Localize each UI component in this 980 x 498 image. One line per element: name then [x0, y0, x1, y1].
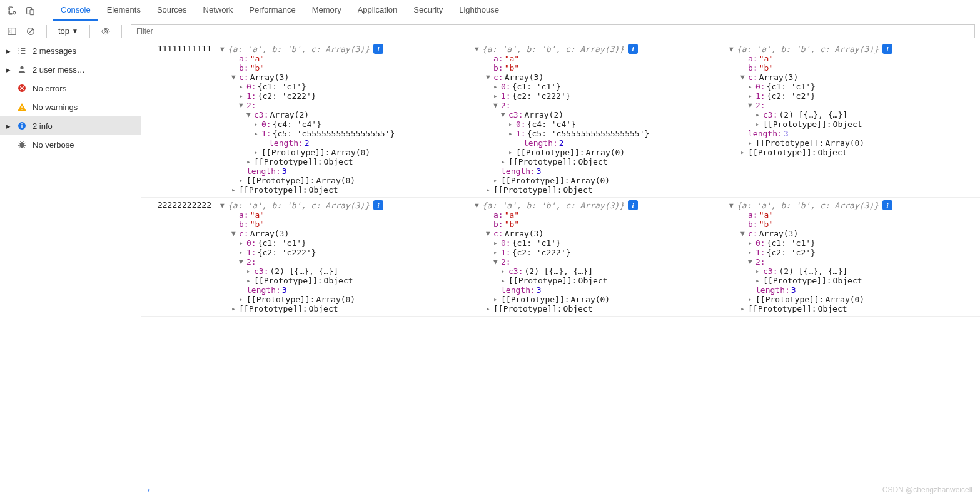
- expand-caret-icon[interactable]: ▸: [246, 158, 253, 166]
- expand-caret-icon[interactable]: ▼: [475, 201, 481, 210]
- expand-caret-icon[interactable]: ▸: [748, 83, 754, 91]
- expand-caret-icon[interactable]: ▸: [493, 92, 500, 100]
- expand-caret-icon[interactable]: ▸: [486, 305, 492, 313]
- info-badge-icon[interactable]: i: [628, 44, 638, 54]
- sidebar-toggle-icon[interactable]: [5, 24, 19, 38]
- expand-caret-icon[interactable]: ▼: [729, 45, 735, 53]
- log-object-1a[interactable]: ▼{a: 'a', b: 'b', c: Array(3)}ia: "a"b: …: [216, 43, 471, 196]
- expand-caret-icon[interactable]: ▸: [748, 92, 754, 100]
- expand-caret-icon[interactable]: ▸: [748, 139, 754, 147]
- expand-caret-icon[interactable]: ▼: [740, 73, 747, 81]
- tab-elements[interactable]: Elements: [99, 0, 148, 21]
- sidebar-item-messages[interactable]: ▸2 messages: [0, 41, 141, 60]
- expand-caret-icon[interactable]: ▼: [493, 258, 500, 266]
- expand-caret-icon[interactable]: ▼: [493, 101, 500, 109]
- sidebar-item-user-messages[interactable]: ▸2 user mess…: [0, 60, 141, 79]
- tab-sources[interactable]: Sources: [149, 0, 194, 21]
- expand-caret-icon[interactable]: ▸: [486, 186, 492, 194]
- expand-caret-icon[interactable]: ▼: [239, 258, 245, 266]
- log-object-2c[interactable]: ▼{a: 'a', b: 'b', c: Array(3)}ia: "a"b: …: [725, 199, 980, 315]
- expand-caret-icon[interactable]: ▸: [246, 277, 253, 285]
- info-badge-icon[interactable]: i: [628, 200, 638, 210]
- sidebar-item-warnings[interactable]: No warnings: [0, 98, 141, 116]
- sidebar-item-errors[interactable]: No errors: [0, 79, 141, 98]
- log-object-1c[interactable]: ▼{a: 'a', b: 'b', c: Array(3)}ia: "a"b: …: [725, 43, 980, 196]
- expand-caret-icon[interactable]: ▸: [231, 305, 238, 313]
- expand-caret-icon[interactable]: ▸: [231, 186, 238, 194]
- inspect-icon[interactable]: [5, 3, 20, 18]
- tab-application[interactable]: Application: [350, 0, 405, 21]
- expand-caret-icon[interactable]: ▸: [508, 148, 515, 156]
- context-selector[interactable]: top ▼: [56, 26, 81, 36]
- sidebar-item-verbose[interactable]: No verbose: [0, 135, 141, 154]
- filter-input[interactable]: [131, 24, 975, 38]
- expand-caret-icon[interactable]: ▼: [231, 73, 238, 81]
- expand-caret-icon[interactable]: ▸: [239, 295, 245, 303]
- info-badge-icon[interactable]: i: [882, 200, 892, 210]
- expand-caret-icon[interactable]: ▸: [239, 239, 245, 247]
- expand-caret-icon[interactable]: ▸: [508, 120, 515, 128]
- tab-security[interactable]: Security: [406, 0, 450, 21]
- expand-caret-icon[interactable]: ▸: [748, 239, 754, 247]
- expand-caret-icon[interactable]: ▸: [239, 248, 245, 257]
- log-object-2a[interactable]: ▼{a: 'a', b: 'b', c: Array(3)}ia: "a"b: …: [216, 199, 471, 315]
- expand-caret-icon[interactable]: ▼: [486, 73, 492, 81]
- tab-performance[interactable]: Performance: [241, 0, 303, 21]
- log-object-2b[interactable]: ▼{a: 'a', b: 'b', c: Array(3)}ia: "a"b: …: [471, 199, 725, 315]
- expand-caret-icon[interactable]: ▸: [748, 248, 754, 257]
- expand-caret-icon[interactable]: ▸: [493, 176, 500, 185]
- expand-caret-icon[interactable]: ▸: [493, 239, 500, 247]
- expand-caret-icon[interactable]: ▸: [493, 83, 500, 91]
- log-object-1b[interactable]: ▼{a: 'a', b: 'b', c: Array(3)}ia: "a"b: …: [471, 43, 725, 196]
- expand-caret-icon[interactable]: ▸: [755, 267, 762, 275]
- expand-caret-icon[interactable]: ▼: [231, 230, 238, 238]
- expand-caret-icon[interactable]: ▸: [254, 120, 260, 128]
- expand-caret-icon[interactable]: ▼: [220, 201, 226, 210]
- expand-caret-icon[interactable]: ▸: [755, 111, 762, 119]
- svg-rect-1: [30, 9, 34, 14]
- expand-caret-icon[interactable]: ▼: [486, 230, 492, 238]
- expand-caret-icon[interactable]: ▸: [501, 267, 507, 275]
- clear-console-icon[interactable]: [24, 24, 38, 38]
- tab-network[interactable]: Network: [196, 0, 241, 21]
- expand-caret-icon[interactable]: ▸: [501, 277, 507, 285]
- expand-caret-icon[interactable]: ▸: [740, 305, 747, 313]
- expand-caret-icon[interactable]: ▼: [748, 101, 754, 109]
- expand-caret-icon[interactable]: ▸: [254, 130, 260, 138]
- expand-caret-icon[interactable]: ▸: [493, 295, 500, 303]
- expand-caret-icon[interactable]: ▸: [508, 130, 515, 138]
- console-prompt[interactable]: ›: [146, 485, 151, 494]
- sidebar-item-label: No verbose: [33, 140, 74, 150]
- expand-caret-icon[interactable]: ▼: [239, 101, 245, 109]
- tab-memory[interactable]: Memory: [305, 0, 349, 21]
- expand-caret-icon[interactable]: ▸: [493, 248, 500, 257]
- expand-caret-icon[interactable]: ▸: [239, 176, 245, 185]
- divider: [46, 25, 47, 38]
- expand-caret-icon[interactable]: ▸: [254, 148, 260, 156]
- svg-point-7: [20, 66, 23, 69]
- info-badge-icon[interactable]: i: [882, 44, 892, 54]
- expand-caret-icon[interactable]: ▸: [748, 295, 754, 303]
- log-label: 22222222222: [141, 199, 216, 210]
- tab-console[interactable]: Console: [53, 0, 98, 21]
- device-toggle-icon[interactable]: [23, 3, 38, 18]
- expand-caret-icon[interactable]: ▼: [729, 201, 735, 210]
- expand-caret-icon[interactable]: ▼: [501, 111, 507, 119]
- expand-caret-icon[interactable]: ▸: [239, 92, 245, 100]
- expand-caret-icon[interactable]: ▼: [246, 111, 253, 119]
- tab-lighthouse[interactable]: Lighthouse: [452, 0, 507, 21]
- expand-caret-icon[interactable]: ▸: [755, 120, 762, 128]
- info-badge-icon[interactable]: i: [373, 200, 383, 210]
- eye-icon[interactable]: [99, 24, 113, 38]
- expand-caret-icon[interactable]: ▼: [475, 45, 481, 53]
- expand-caret-icon[interactable]: ▼: [740, 230, 747, 238]
- expand-caret-icon[interactable]: ▸: [239, 83, 245, 91]
- expand-caret-icon[interactable]: ▸: [501, 158, 507, 166]
- expand-caret-icon[interactable]: ▸: [740, 148, 747, 156]
- expand-caret-icon[interactable]: ▼: [748, 258, 754, 266]
- expand-caret-icon[interactable]: ▸: [246, 267, 253, 275]
- expand-caret-icon[interactable]: ▸: [755, 277, 762, 285]
- info-badge-icon[interactable]: i: [373, 44, 383, 54]
- expand-caret-icon[interactable]: ▼: [220, 45, 226, 53]
- sidebar-item-info[interactable]: ▸2 info: [0, 116, 141, 135]
